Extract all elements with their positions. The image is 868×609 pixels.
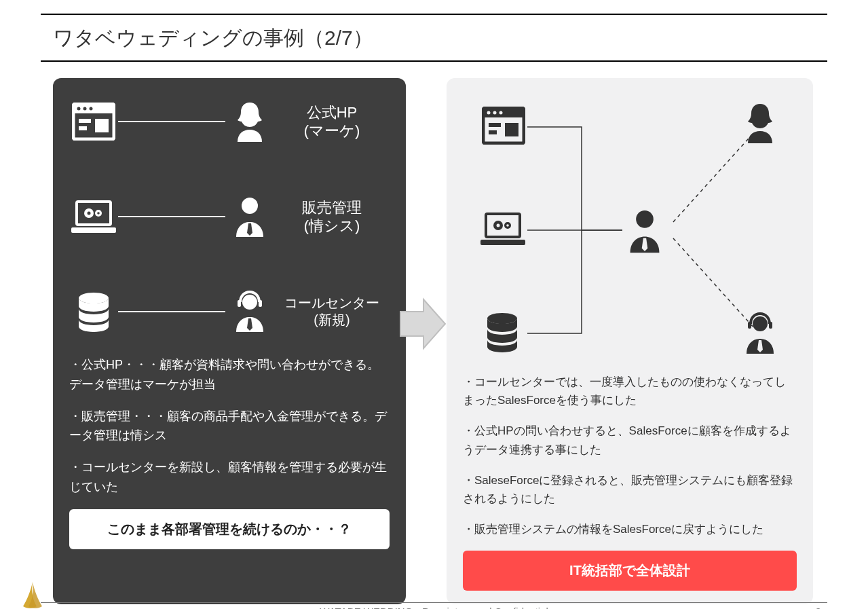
laptop-gear-icon [69,199,118,234]
person-female-icon [225,100,274,143]
row-label: 販売管理 (情シス) [274,198,390,236]
right-bullets: ・コールセンターでは、一度導入したものの使わなくなってしまったSalesForc… [463,373,797,538]
svg-rect-18 [238,300,241,307]
slide-body: 公式HP (マーケ) 販売管理 (情シス) [0,62,868,604]
svg-point-4 [90,107,93,111]
connector-line [118,311,225,312]
svg-rect-25 [489,123,501,127]
database-icon [483,312,521,352]
left-bullets: ・公式HP・・・顧客が資料請求や問い合わせができる。データ管理はマーケが担当 ・… [69,355,390,497]
row-label: 公式HP (マーケ) [274,103,390,141]
svg-point-24 [499,111,503,115]
svg-rect-38 [748,322,751,329]
diagram-area [463,94,797,373]
svg-rect-27 [505,123,518,136]
bullet-text: ・コールセンターを新設し、顧客情報を管理する必要が生じていた [69,458,390,497]
svg-point-14 [242,198,258,214]
bullet-text: ・コールセンターでは、一度導入したものの使わなくなってしまったSalesForc… [463,373,797,409]
person-tie-icon [624,207,665,255]
person-headset-icon [225,290,274,333]
slide-title: ワタベウェディングの事例（2/7） [0,15,868,60]
bullet-text: ・販売管理・・・顧客の商品手配や入金管理ができる。データ管理は情シス [69,407,390,446]
browser-icon [69,103,118,141]
arrow-icon [399,297,447,351]
panel-after: ・コールセンターでは、一度導入したものの使わなくなってしまったSalesForc… [447,78,813,604]
person-tie-icon [225,195,274,238]
person-female-icon [741,101,779,145]
connector-line [118,216,225,217]
connector-line [118,121,225,122]
row-hp: 公式HP (マーケ) [69,94,390,149]
svg-rect-5 [79,119,91,123]
svg-point-17 [242,295,257,310]
cta-after: IT統括部で全体設計 [463,551,797,591]
panel-before: 公式HP (マーケ) 販売管理 (情シス) [53,78,406,604]
svg-point-16 [79,293,109,303]
svg-point-3 [83,107,87,111]
svg-point-22 [487,111,491,115]
svg-point-2 [77,107,81,111]
svg-rect-6 [79,126,87,130]
bullet-text: ・公式HP・・・顧客が資料請求や問い合わせができる。データ管理はマーケが担当 [69,355,390,394]
row-sales: 販売管理 (情シス) [69,189,390,244]
bullet-text: ・販売管理システムの情報をSalesForceに戻すようにした [463,520,797,538]
svg-rect-29 [480,240,525,245]
svg-point-12 [88,212,91,215]
svg-rect-19 [259,300,262,307]
bullet-text: ・公式HPの問い合わせすると、SalesForceに顧客を作成するようデータ連携… [463,422,797,458]
svg-rect-36 [639,213,650,217]
svg-point-13 [97,212,100,215]
svg-rect-7 [95,119,109,132]
row-callcenter: コールセンター (新規) [69,284,390,339]
slide: ワタベウェディングの事例（2/7） 公式HP (マーケ) [0,14,868,609]
browser-icon [482,107,525,145]
brand-logo: WATABE [12,578,53,609]
svg-point-33 [506,224,509,227]
svg-point-32 [497,224,500,227]
bullet-text: ・SaleseForceに登録されると、販売管理システムにも顧客登録されるように… [463,471,797,508]
database-icon [69,291,118,332]
svg-point-34 [487,313,517,324]
footer: WATABE WEDDING • Proprietary and Confide… [0,602,868,609]
svg-rect-26 [489,130,497,134]
svg-point-23 [493,111,497,115]
row-label: コールセンター (新規) [274,295,390,329]
svg-point-37 [753,316,768,331]
svg-rect-15 [244,200,255,204]
person-headset-icon [741,312,779,355]
cta-before: このまま各部署管理を続けるのか・・？ [69,509,390,549]
svg-rect-9 [71,227,116,233]
svg-rect-39 [769,322,772,329]
footer-rule [41,602,827,603]
footer-center-text: WATABE WEDDING • Proprietary and Confide… [0,606,868,609]
laptop-gear-icon [479,211,527,246]
